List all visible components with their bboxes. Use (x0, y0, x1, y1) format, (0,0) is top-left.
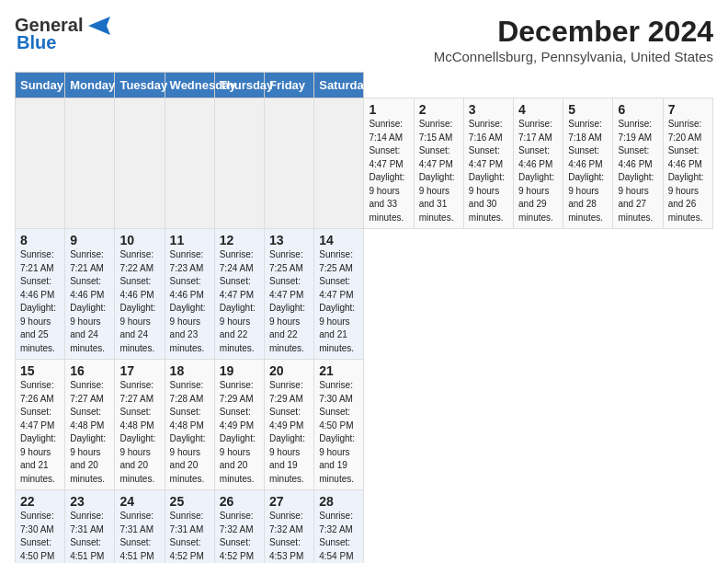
day-number: 3 (469, 102, 508, 117)
day-info: Sunrise: 7:29 AMSunset: 4:49 PMDaylight:… (269, 379, 309, 486)
calendar-cell: 2Sunrise: 7:15 AMSunset: 4:47 PMDaylight… (414, 98, 463, 229)
calendar-cell: 24Sunrise: 7:31 AMSunset: 4:51 PMDayligh… (115, 490, 165, 564)
column-header-wednesday: Wednesday (165, 73, 214, 98)
day-info: Sunrise: 7:30 AMSunset: 4:50 PMDaylight:… (319, 379, 358, 486)
day-number: 9 (70, 233, 109, 247)
day-info: Sunrise: 7:31 AMSunset: 4:51 PMDaylight:… (119, 510, 159, 563)
day-info: Sunrise: 7:14 AMSunset: 4:47 PMDaylight:… (369, 118, 408, 224)
day-info: Sunrise: 7:21 AMSunset: 4:46 PMDaylight:… (20, 248, 60, 355)
calendar-table: SundayMondayTuesdayWednesdayThursdayFrid… (15, 72, 713, 563)
calendar-cell (265, 98, 314, 229)
day-number: 26 (220, 494, 259, 509)
day-info: Sunrise: 7:31 AMSunset: 4:51 PMDaylight:… (70, 510, 109, 563)
day-info: Sunrise: 7:23 AMSunset: 4:46 PMDaylight:… (170, 248, 210, 355)
day-info: Sunrise: 7:22 AMSunset: 4:46 PMDaylight:… (119, 248, 159, 355)
day-number: 23 (70, 494, 109, 509)
page-header: General Blue December 2024 McConnellsbur… (15, 15, 713, 64)
day-info: Sunrise: 7:27 AMSunset: 4:48 PMDaylight:… (119, 379, 159, 486)
day-number: 11 (170, 233, 210, 247)
day-number: 16 (70, 363, 109, 378)
calendar-cell: 16Sunrise: 7:27 AMSunset: 4:48 PMDayligh… (65, 360, 115, 490)
calendar-cell: 1Sunrise: 7:14 AMSunset: 4:47 PMDaylight… (364, 98, 414, 229)
day-info: Sunrise: 7:16 AMSunset: 4:47 PMDaylight:… (469, 118, 508, 224)
calendar-header-row: SundayMondayTuesdayWednesdayThursdayFrid… (16, 73, 713, 98)
calendar-cell: 21Sunrise: 7:30 AMSunset: 4:50 PMDayligh… (314, 360, 364, 490)
logo: General Blue (15, 15, 110, 53)
calendar-cell: 9Sunrise: 7:21 AMSunset: 4:46 PMDaylight… (65, 229, 115, 360)
day-number: 7 (668, 102, 708, 117)
logo-blue: Blue (17, 32, 56, 53)
day-info: Sunrise: 7:19 AMSunset: 4:46 PMDaylight:… (618, 118, 657, 224)
day-number: 1 (369, 102, 408, 117)
calendar-cell: 14Sunrise: 7:25 AMSunset: 4:47 PMDayligh… (314, 229, 364, 360)
calendar-week-row: 22Sunrise: 7:30 AMSunset: 4:50 PMDayligh… (16, 490, 713, 564)
calendar-cell: 28Sunrise: 7:32 AMSunset: 4:54 PMDayligh… (314, 490, 364, 564)
calendar-cell (16, 98, 65, 229)
day-number: 10 (119, 233, 159, 247)
calendar-cell (65, 98, 115, 229)
calendar-cell: 13Sunrise: 7:25 AMSunset: 4:47 PMDayligh… (265, 229, 314, 360)
column-header-saturday: Saturday (314, 73, 364, 98)
calendar-cell: 8Sunrise: 7:21 AMSunset: 4:46 PMDaylight… (16, 229, 65, 360)
calendar-cell: 19Sunrise: 7:29 AMSunset: 4:49 PMDayligh… (214, 360, 264, 490)
calendar-cell (214, 98, 264, 229)
day-info: Sunrise: 7:17 AMSunset: 4:46 PMDaylight:… (518, 118, 558, 224)
day-info: Sunrise: 7:32 AMSunset: 4:53 PMDaylight:… (269, 510, 309, 563)
column-header-thursday: Thursday (214, 73, 264, 98)
day-info: Sunrise: 7:20 AMSunset: 4:46 PMDaylight:… (668, 118, 708, 224)
day-number: 22 (20, 494, 60, 509)
calendar-cell: 7Sunrise: 7:20 AMSunset: 4:46 PMDaylight… (663, 98, 712, 229)
calendar-cell: 17Sunrise: 7:27 AMSunset: 4:48 PMDayligh… (115, 360, 165, 490)
day-number: 19 (220, 363, 259, 378)
day-info: Sunrise: 7:29 AMSunset: 4:49 PMDaylight:… (220, 379, 259, 486)
calendar-cell: 25Sunrise: 7:31 AMSunset: 4:52 PMDayligh… (165, 490, 214, 564)
calendar-cell: 27Sunrise: 7:32 AMSunset: 4:53 PMDayligh… (265, 490, 314, 564)
day-info: Sunrise: 7:32 AMSunset: 4:52 PMDaylight:… (220, 510, 259, 563)
day-info: Sunrise: 7:28 AMSunset: 4:48 PMDaylight:… (170, 379, 210, 486)
day-info: Sunrise: 7:31 AMSunset: 4:52 PMDaylight:… (170, 510, 210, 563)
day-number: 13 (269, 233, 309, 247)
svg-marker-0 (88, 17, 110, 35)
day-number: 18 (170, 363, 210, 378)
month-title: December 2024 (434, 15, 713, 49)
day-info: Sunrise: 7:26 AMSunset: 4:47 PMDaylight:… (20, 379, 60, 486)
day-info: Sunrise: 7:15 AMSunset: 4:47 PMDaylight:… (419, 118, 459, 224)
day-number: 20 (269, 363, 309, 378)
logo-arrow-icon (85, 17, 110, 35)
calendar-cell: 23Sunrise: 7:31 AMSunset: 4:51 PMDayligh… (65, 490, 115, 564)
day-number: 5 (568, 102, 608, 117)
calendar-cell: 11Sunrise: 7:23 AMSunset: 4:46 PMDayligh… (165, 229, 214, 360)
day-number: 8 (20, 233, 60, 247)
day-info: Sunrise: 7:25 AMSunset: 4:47 PMDaylight:… (269, 248, 309, 355)
day-number: 24 (119, 494, 159, 509)
day-number: 21 (319, 363, 358, 378)
day-number: 25 (170, 494, 210, 509)
day-info: Sunrise: 7:32 AMSunset: 4:54 PMDaylight:… (319, 510, 358, 563)
calendar-cell: 10Sunrise: 7:22 AMSunset: 4:46 PMDayligh… (115, 229, 165, 360)
day-number: 2 (419, 102, 459, 117)
calendar-cell: 26Sunrise: 7:32 AMSunset: 4:52 PMDayligh… (214, 490, 264, 564)
calendar-cell (314, 98, 364, 229)
calendar-cell: 4Sunrise: 7:17 AMSunset: 4:46 PMDaylight… (514, 98, 563, 229)
day-number: 6 (618, 102, 657, 117)
calendar-cell: 18Sunrise: 7:28 AMSunset: 4:48 PMDayligh… (165, 360, 214, 490)
day-number: 12 (220, 233, 259, 247)
column-header-sunday: Sunday (16, 73, 65, 98)
calendar-cell: 5Sunrise: 7:18 AMSunset: 4:46 PMDaylight… (563, 98, 613, 229)
day-info: Sunrise: 7:27 AMSunset: 4:48 PMDaylight:… (70, 379, 109, 486)
calendar-week-row: 15Sunrise: 7:26 AMSunset: 4:47 PMDayligh… (16, 360, 713, 490)
calendar-cell: 20Sunrise: 7:29 AMSunset: 4:49 PMDayligh… (265, 360, 314, 490)
calendar-cell: 12Sunrise: 7:24 AMSunset: 4:47 PMDayligh… (214, 229, 264, 360)
calendar-week-row: 8Sunrise: 7:21 AMSunset: 4:46 PMDaylight… (16, 229, 713, 360)
calendar-cell (165, 98, 214, 229)
calendar-cell: 15Sunrise: 7:26 AMSunset: 4:47 PMDayligh… (16, 360, 65, 490)
day-number: 28 (319, 494, 358, 509)
day-number: 4 (518, 102, 558, 117)
day-info: Sunrise: 7:30 AMSunset: 4:50 PMDaylight:… (20, 510, 60, 563)
day-info: Sunrise: 7:25 AMSunset: 4:47 PMDaylight:… (319, 248, 358, 355)
day-number: 15 (20, 363, 60, 378)
day-info: Sunrise: 7:24 AMSunset: 4:47 PMDaylight:… (220, 248, 259, 355)
day-number: 17 (119, 363, 159, 378)
column-header-friday: Friday (265, 73, 314, 98)
calendar-cell: 6Sunrise: 7:19 AMSunset: 4:46 PMDaylight… (613, 98, 663, 229)
